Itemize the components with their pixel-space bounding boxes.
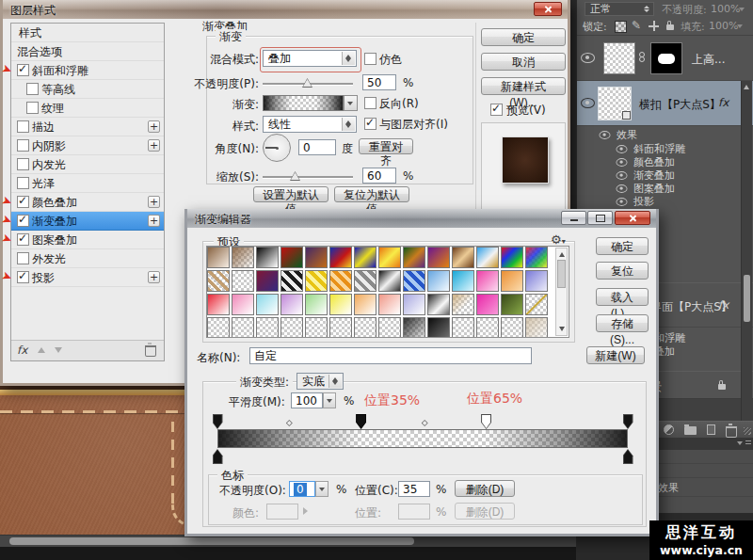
lock-transparency-icon[interactable] [615,21,627,33]
gradient-preset-swatch[interactable] [207,294,230,315]
gradient-preset-swatch[interactable] [476,294,499,315]
lock-all-icon[interactable] [666,24,674,30]
fill-caret-icon[interactable] [737,24,743,28]
style-checkbox[interactable] [17,158,29,170]
panel2-menu-icon[interactable] [745,440,751,446]
presets-scroll-up-icon[interactable] [559,252,565,257]
style-item-颜色叠加[interactable]: ➤颜色叠加+ [11,193,164,212]
layer-mask-thumbnail[interactable] [650,42,682,74]
stop-color-swatch[interactable] [266,504,298,520]
stop-position-input[interactable]: 35 [398,481,430,497]
style-item-外发光[interactable]: 外发光 [11,249,164,268]
layer-row-shangao[interactable]: 上高... [577,36,753,81]
gradient-preset-swatch[interactable] [305,247,328,268]
ge-new-button[interactable]: 新建(W) [586,346,645,364]
effect-visibility-eye-icon[interactable] [617,171,628,180]
style-item-内阴影[interactable]: 内阴影+ [11,136,164,155]
style-checkbox[interactable] [17,215,29,227]
gradient-preset-swatch[interactable] [354,317,376,337]
gradient-preset-swatch[interactable] [452,294,474,315]
effect-visibility-eye-icon[interactable] [617,184,628,193]
ge-ok-button[interactable]: 确定 [596,237,649,255]
gradient-picker-caret[interactable] [344,95,358,111]
effect-row-颜色叠加[interactable]: 颜色叠加 [577,155,753,168]
layer-fx-badge[interactable]: fx [718,96,729,109]
gradient-preset-swatch[interactable] [378,270,401,292]
type-dropdown[interactable]: 实底 [296,373,344,390]
presets-scroll-thumb[interactable] [557,260,566,288]
delete-layer-trash-icon[interactable] [726,426,737,438]
gradient-preset-swatch[interactable] [256,270,279,292]
ls-cancel-button[interactable]: 取消 [481,53,566,71]
gradient-preset-swatch[interactable] [329,294,352,315]
stop-opacity-input[interactable]: 0 [289,481,315,497]
style-item-斜面和浮雕[interactable]: ➤斜面和浮雕 [11,61,164,80]
gradient-preset-swatch[interactable] [403,317,425,337]
style-checkbox[interactable] [26,83,39,95]
gradient-preset-swatch[interactable] [427,270,450,292]
expand-plus-button[interactable]: + [148,120,160,133]
smooth-caret[interactable] [323,392,336,408]
gradient-preset-swatch[interactable] [280,270,303,292]
name-input[interactable]: 自定 [249,347,532,364]
gradient-preset-swatch[interactable] [476,247,499,268]
gradient-preset-swatch[interactable] [354,247,376,268]
panel-resize-grip[interactable] [744,427,751,435]
stop-opacity-caret[interactable] [315,481,328,497]
delete-style-trash-icon[interactable] [145,345,156,357]
fx-toolbar-label[interactable]: fx [17,344,27,357]
presets-gear-menu-icon[interactable]: ⚙▾ [551,232,566,247]
gradient-preset-swatch[interactable] [427,294,450,315]
gradient-preset-swatch[interactable] [280,247,303,268]
effect-row-斜面和浮雕[interactable]: 斜面和浮雕 [577,142,753,155]
gradient-preset-swatch[interactable] [378,294,401,315]
layer-visibility-eye-icon[interactable] [581,53,595,63]
style-item-内发光[interactable]: 内发光 [11,155,164,174]
style-item-投影[interactable]: ➤投影+ [11,268,164,287]
preview-checkbox[interactable] [490,104,503,116]
gradient-preset-swatch[interactable] [207,247,230,268]
gradient-preset-swatch[interactable] [305,317,328,337]
effect-visibility-eye-icon[interactable] [617,145,628,153]
gradient-preset-swatch[interactable] [207,270,230,292]
effects-header-row[interactable]: 效果 [577,128,753,141]
ge-save-button[interactable]: 存储(S)... [596,314,649,332]
lock-paint-brush-icon[interactable]: ✎ [632,19,641,32]
canvas-hscrollbar-track[interactable] [0,535,576,548]
align-checkbox[interactable] [364,118,376,130]
gradient-preset-swatch[interactable] [501,270,523,292]
layer-visibility-eye-icon[interactable] [581,98,595,108]
layer-name[interactable]: 横扣【P大点S】 [639,97,721,113]
style-item-光泽[interactable]: 光泽 [11,174,164,193]
move-up-icon[interactable] [38,347,45,353]
expand-plus-button[interactable]: + [148,271,160,283]
effect-row-图案叠加[interactable]: 图案叠加 [577,182,753,195]
style-checkbox[interactable] [17,139,29,152]
reset-align-button[interactable]: 重置对齐 [359,138,413,154]
gradient-preset-swatch[interactable] [305,294,328,315]
mask-link-icon[interactable] [639,52,647,64]
gradient-preset-swatch[interactable] [305,270,328,292]
delete-stop2-button[interactable]: 删除(D) [455,503,515,520]
gradient-preset-swatch[interactable] [525,247,548,268]
style-checkbox[interactable] [17,233,29,246]
opacity-caret-icon[interactable] [739,8,745,11]
dither-checkbox[interactable] [364,53,376,65]
gradient-preset-swatch[interactable] [329,247,352,268]
style-item-描边[interactable]: 描边+ [11,118,164,136]
gradient-preset-swatch[interactable] [525,270,548,292]
effect-visibility-eye-icon[interactable] [617,158,628,167]
stop-position2-input[interactable] [398,504,430,520]
gradient-preset-swatch[interactable] [256,247,279,268]
lock-move-icon[interactable] [649,21,659,31]
new-layer-icon[interactable] [707,424,715,435]
stop-color-caret-icon[interactable] [303,507,308,515]
style-checkbox[interactable] [17,64,29,76]
gradient-preset-swatch[interactable] [403,294,425,315]
close-button[interactable] [615,211,650,225]
layers-scrollbar-thumb[interactable] [744,275,750,322]
smooth-value[interactable]: 100 [291,392,323,408]
maximize-button[interactable] [587,211,613,225]
layer-thumbnail[interactable] [598,87,632,120]
gradient-preset-swatch[interactable] [354,294,376,315]
